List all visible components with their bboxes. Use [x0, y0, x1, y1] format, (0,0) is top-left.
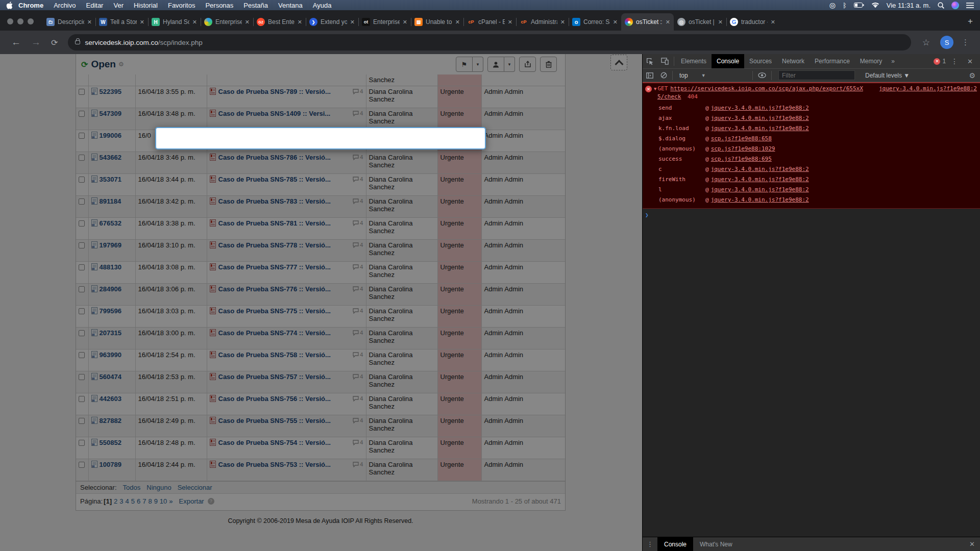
devtools-tab-console[interactable]: Console [712, 54, 744, 68]
stack-source-link[interactable]: jquery-3.4.0.min.js?f1e9e88:2 [711, 105, 809, 112]
tab-close-icon[interactable]: ✕ [192, 19, 197, 26]
wifi-icon[interactable] [871, 2, 879, 8]
tab-close-icon[interactable]: ✕ [718, 19, 723, 26]
browser-tab[interactable]: Unable to e ✕ [411, 13, 463, 31]
devtools-tab-sources[interactable]: Sources [744, 54, 777, 68]
browser-tab[interactable]: Extend you ✕ [306, 13, 358, 31]
stack-source-link[interactable]: jquery-3.4.0.min.js?f1e9e88:2 [711, 186, 809, 193]
more-tabs-icon[interactable]: » [887, 58, 899, 65]
menubar-item[interactable]: Ver [109, 2, 128, 9]
console-settings-icon[interactable]: ⚙ [969, 71, 980, 80]
tab-close-icon[interactable]: ✕ [245, 19, 250, 26]
tab-close-icon[interactable]: ✕ [666, 19, 670, 26]
tab-close-icon[interactable]: ✕ [298, 19, 302, 26]
stack-source-link[interactable]: scp.js?f1e9e88:695 [711, 156, 772, 163]
notification-center-icon[interactable] [966, 3, 974, 8]
console-sidebar-icon[interactable] [643, 72, 657, 79]
console-filter-input[interactable]: Filter [778, 70, 855, 80]
stack-source-link[interactable]: jquery-3.4.0.min.js?f1e9e88:2 [711, 125, 809, 132]
tab-close-icon[interactable]: ✕ [613, 19, 618, 26]
siri-icon[interactable] [951, 2, 959, 9]
creative-cloud-icon[interactable]: ◎ [829, 1, 836, 9]
bookmark-star-icon[interactable]: ☆ [917, 37, 935, 48]
menubar-item[interactable]: Archivo [49, 2, 80, 9]
stack-frame: fireWith@jquery-3.4.0.min.js?f1e9e88:2 [645, 174, 977, 185]
apple-icon[interactable] [6, 2, 13, 9]
menubar-item[interactable]: Favoritos [163, 2, 200, 9]
drawer-menu-icon[interactable]: ⋮ [643, 540, 657, 548]
devtools-tab-network[interactable]: Network [777, 54, 810, 68]
menubar-item[interactable]: Pestaña [239, 2, 273, 9]
inspect-element-icon[interactable] [643, 58, 657, 65]
log-levels-dropdown[interactable]: Default levels ▼ [865, 72, 910, 79]
device-toolbar-icon[interactable] [657, 58, 672, 65]
browser-tab[interactable]: Tell a Story ✕ [95, 13, 148, 31]
lock-icon[interactable] [75, 40, 80, 44]
tab-close-icon[interactable]: ✕ [508, 19, 512, 26]
stack-source-link[interactable]: jquery-3.4.0.min.js?f1e9e88:2 [711, 166, 809, 173]
menubar-clock[interactable]: Vie 11:31 a. m. [887, 2, 930, 9]
tab-close-icon[interactable]: ✕ [140, 19, 144, 26]
browser-tab[interactable]: traductor - ✕ [726, 13, 779, 31]
new-tab-button[interactable]: + [963, 16, 980, 31]
back-button[interactable]: ← [7, 37, 25, 48]
menubar-item[interactable]: Historial [129, 2, 162, 9]
menubar-item[interactable]: Personas [201, 2, 238, 9]
browser-tab[interactable]: Best Enterp ✕ [253, 13, 306, 31]
error-count-badge[interactable]: ✕ 1 [934, 58, 946, 65]
browser-tab[interactable]: Correo: Sa ✕ [569, 13, 621, 31]
browser-tab[interactable]: Descripción ✕ [43, 13, 95, 31]
browser-tab[interactable]: osTicket | S ✕ [674, 13, 726, 31]
menubar-item[interactable]: Editar [81, 2, 108, 9]
browser-tab[interactable]: cPanel - Er ✕ [463, 13, 516, 31]
tab-close-icon[interactable]: ✕ [87, 19, 92, 26]
tab-close-icon[interactable]: ✕ [560, 19, 565, 26]
url-path: /scp/index.php [158, 39, 203, 46]
address-bar[interactable]: servicedesk.ioip.com.co /scp/index.php [68, 34, 911, 51]
error-source-link[interactable]: jquery-3.4.0.min.js?f1e9e88:2 [875, 85, 977, 92]
reload-button[interactable]: ⟳ [47, 38, 62, 47]
forward-button[interactable]: → [27, 37, 45, 48]
browser-tab[interactable]: Administra ✕ [516, 13, 569, 31]
battery-icon[interactable] [854, 3, 864, 8]
expand-arrow-icon[interactable]: ▼ [654, 86, 656, 91]
osticket-favicon [625, 18, 633, 26]
chrome-menu-icon[interactable]: ⋮ [959, 38, 973, 47]
tab-close-icon[interactable]: ✕ [403, 19, 407, 26]
browser-tab[interactable]: Hyland Soft ✕ [148, 13, 201, 31]
bluetooth-icon[interactable]: ᛒ [843, 2, 847, 9]
stack-source-link[interactable]: jquery-3.4.0.min.js?f1e9e88:2 [711, 115, 809, 122]
stack-source-link[interactable]: scp.js?f1e9e88:1029 [711, 145, 775, 153]
menubar-item[interactable]: Chrome [14, 2, 48, 9]
console-prompt[interactable]: ❯ [643, 209, 980, 221]
browser-tab[interactable]: Enterprise C ✕ [358, 13, 411, 31]
stack-source-link[interactable]: jquery-3.4.0.min.js?f1e9e88:2 [711, 196, 809, 204]
tab-close-icon[interactable]: ✕ [455, 19, 460, 26]
devtools-tab-elements[interactable]: Elements [676, 54, 712, 68]
stack-source-link[interactable]: jquery-3.4.0.min.js?f1e9e88:2 [711, 176, 809, 183]
browser-tab[interactable]: osTicket :: p ✕ [621, 13, 674, 31]
drawer-close-icon[interactable]: ✕ [964, 540, 980, 548]
context-selector[interactable]: top▼ [674, 72, 751, 79]
drawer-tab[interactable]: Console [657, 537, 693, 551]
tab-close-icon[interactable]: ✕ [771, 19, 775, 26]
clear-console-icon[interactable] [657, 72, 671, 79]
error-url-continuation[interactable]: 5/check [657, 93, 681, 100]
macos-menubar: Chrome Archivo Editar Ver Historial Favo… [0, 0, 980, 10]
spotlight-search-icon[interactable] [938, 2, 944, 9]
menubar-item[interactable]: Ventana [274, 2, 307, 9]
window-controls[interactable] [0, 18, 43, 31]
tab-close-icon[interactable]: ✕ [350, 19, 355, 26]
menubar-item[interactable]: Ayuda [308, 2, 336, 9]
eye-icon[interactable] [754, 72, 770, 78]
devtools-close-icon[interactable]: ✕ [963, 58, 977, 65]
stack-source-link[interactable]: scp.js?f1e9e88:658 [711, 135, 772, 142]
extend-favicon [309, 18, 317, 26]
browser-tab[interactable]: Enterprise C ✕ [201, 13, 253, 31]
error-url-link[interactable]: https://servicedesk.ioip.com.co/scp/ajax… [670, 85, 863, 92]
devtools-tab-memory[interactable]: Memory [855, 54, 887, 68]
devtools-tab-performance[interactable]: Performance [810, 54, 855, 68]
drawer-tab[interactable]: What's New [693, 537, 739, 551]
devtools-menu-icon[interactable]: ⋮ [948, 57, 961, 65]
profile-avatar[interactable]: S [940, 36, 953, 49]
